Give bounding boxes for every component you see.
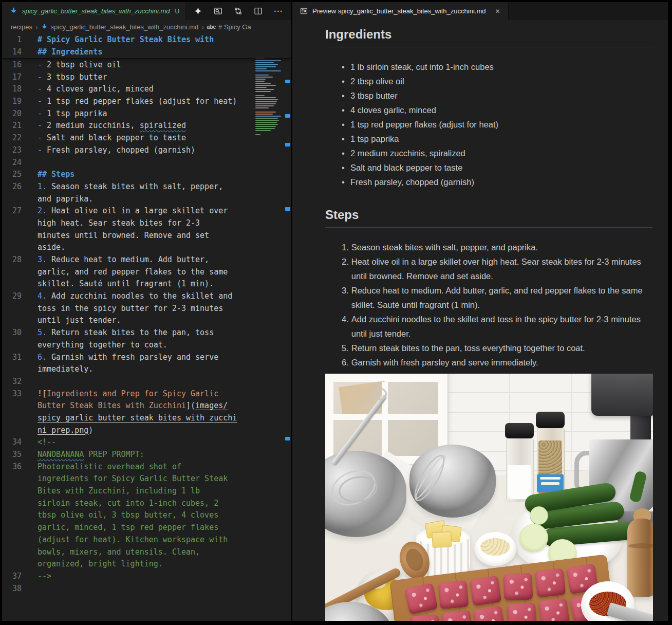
editor-line[interactable]: 20- 1 tsp paprika <box>2 108 255 120</box>
minimap-line <box>255 101 277 102</box>
tab-title: spicy_garlic_butter_steak_bites_with_zuc… <box>22 7 170 15</box>
editor-line[interactable]: 17- 3 tbsp butter <box>2 71 255 84</box>
split-editor-icon[interactable] <box>253 6 263 16</box>
sticky-line[interactable]: 14## Ingredients <box>2 46 291 59</box>
editor-line[interactable]: 316. Garnish with fresh parsley and serv… <box>2 352 255 364</box>
editor-line[interactable]: spicy_garlic_butter_steak_bites_with_zuc… <box>2 412 255 425</box>
line-number <box>2 546 22 559</box>
editor-line[interactable]: tbsp olive oil, 3 tbsp butter, 4 cloves <box>2 509 255 522</box>
ingredient-item: •1 lb sirloin steak, cut into 1-inch cub… <box>342 60 652 74</box>
line-content: 2. Heat olive oil in a large skillet ove… <box>22 205 228 217</box>
editor-line[interactable]: until just tender. <box>2 315 255 327</box>
editor-line[interactable]: Butter Steak Bites with Zucchini](images… <box>2 400 255 412</box>
editor-line[interactable]: 19- 1 tsp red pepper flakes (adjust for … <box>2 96 255 108</box>
editor-line[interactable]: 305. Return steak bites to the pan, toss <box>2 327 255 339</box>
sticky-line[interactable]: 1# Spicy Garlic Butter Steak Bites with <box>2 34 291 46</box>
ingredient-text: Salt and black pepper to taste <box>350 160 462 175</box>
line-number: 20 <box>2 108 22 120</box>
editor-line[interactable]: 23- Fresh parsley, chopped (garnish) <box>2 144 255 157</box>
editor-line[interactable]: 33![Ingredients and Prep for Spicy Garli… <box>2 388 255 400</box>
editor-line[interactable]: 32 <box>2 376 255 388</box>
markdown-file-icon <box>8 6 18 16</box>
editor-line[interactable]: toss in the spicy butter for 2-3 minutes <box>2 303 255 315</box>
editor-line[interactable]: immediately. <box>2 363 255 376</box>
editor-line[interactable]: 22- Salt and black pepper to taste <box>2 132 255 144</box>
editor-line[interactable]: 283. Reduce heat to medium. Add butter, <box>2 254 255 266</box>
editor-line[interactable]: garlic, minced, 1 tsp red pepper flakes <box>2 522 255 534</box>
diagnostic-marker <box>285 437 290 440</box>
editor-line[interactable]: 16- 2 tbsp olive oil <box>2 59 255 71</box>
tab-markdown-file[interactable]: spicy_garlic_butter_steak_bites_with_zuc… <box>2 2 186 20</box>
markdown-preview[interactable]: Ingredients •1 lb sirloin steak, cut int… <box>292 20 668 621</box>
editor-line[interactable]: 294. Add zucchini noodles to the skillet… <box>2 290 255 303</box>
line-content: skillet. Sauté until fragrant (1 min). <box>22 278 214 290</box>
editor-line[interactable]: and paprika. <box>2 193 255 206</box>
overview-ruler[interactable] <box>283 34 291 621</box>
code-editor[interactable]: 1# Spicy Garlic Butter Steak Bites with1… <box>2 34 291 621</box>
preview-tabbar: Preview spicy_garlic_butter_steak_bites_… <box>292 2 668 20</box>
sticky-scroll[interactable]: 1# Spicy Garlic Butter Steak Bites with1… <box>2 34 291 59</box>
more-actions-icon[interactable]: ⋯ <box>273 6 283 16</box>
editor-line[interactable]: (adjust for heat). Kitchen workspace wit… <box>2 534 255 546</box>
step-item: 5.Return steak bites to the pan, toss ev… <box>342 341 652 355</box>
editor-line[interactable]: 24 <box>2 157 255 169</box>
minimap-line <box>255 66 276 67</box>
editor-line[interactable]: 37--> <box>2 571 255 583</box>
editor-line[interactable]: ingredients for Spicy Garlic Butter Stea… <box>2 473 255 485</box>
line-content: 6. Garnish with fresh parsley and serve <box>22 352 218 364</box>
editor-line[interactable]: 35NANOBANANA PREP PROMPT: <box>2 449 255 461</box>
line-number: 35 <box>2 449 22 461</box>
editor-line[interactable]: aside. <box>2 242 255 254</box>
editor-line[interactable]: 36Photorealistic overhead shot of <box>2 461 255 473</box>
minimap-line <box>255 89 274 90</box>
line-number: 26 <box>2 181 22 193</box>
line-content: <!-- <box>22 436 56 449</box>
vscode-window: spicy_garlic_butter_steak_bites_with_zuc… <box>2 2 668 621</box>
step-item: 4.Add zucchini noodles to the skillet an… <box>342 312 652 341</box>
line-content: sirloin steak, cut into 1-inch cubes, 2 <box>22 498 218 510</box>
open-preview-icon[interactable] <box>213 6 223 16</box>
editor-line[interactable]: everything together to coat. <box>2 339 255 352</box>
editor-line[interactable]: ni_prep.png) <box>2 425 255 437</box>
whisk-loop <box>375 388 387 400</box>
jar-label-text <box>540 477 561 480</box>
editor-line[interactable]: 18- 4 cloves garlic, minced <box>2 83 255 96</box>
editor-line[interactable]: organized, bright lighting. <box>2 558 255 571</box>
breadcrumb-file[interactable]: spicy_garlic_butter_steak_bites_with_zuc… <box>51 23 199 31</box>
bullet-icon: • <box>342 132 350 146</box>
editor-line[interactable]: 21- 2 medium zucchinis, spiralized <box>2 120 255 132</box>
ingredient-item: •2 tbsp olive oil <box>342 74 652 88</box>
ingredient-item: •1 tsp paprika <box>342 132 652 146</box>
line-number: 38 <box>2 583 22 595</box>
editor-line[interactable]: Bites with Zucchini, including 1 lb <box>2 485 255 498</box>
editor-line[interactable]: 38 <box>2 583 255 595</box>
line-number: 30 <box>2 327 22 339</box>
editor-lines[interactable]: 16- 2 tbsp olive oil17- 3 tbsp butter18-… <box>2 59 255 595</box>
editor-line[interactable]: garlic, and red pepper flakes to the sam… <box>2 266 255 279</box>
breadcrumb-symbol[interactable]: # Spicy Ga <box>218 23 251 31</box>
open-preview-icon <box>298 6 309 16</box>
step-number: 1. <box>342 240 349 254</box>
ingredient-text: 1 lb sirloin steak, cut into 1-inch cube… <box>350 60 494 74</box>
ingredient-item: •Salt and black pepper to taste <box>342 160 652 175</box>
tab-markdown-preview[interactable]: Preview spicy_garlic_butter_steak_bites_… <box>292 2 509 20</box>
line-content: - 2 medium zucchinis, spiralized <box>22 120 186 132</box>
editor-line[interactable]: 25## Steps <box>2 169 255 181</box>
bullet-icon: • <box>342 160 350 175</box>
editor-line[interactable]: minutes until browned. Remove and set <box>2 230 255 242</box>
editor-line[interactable]: high heat. Sear steak bites for 2-3 <box>2 217 255 230</box>
editor-line[interactable]: bowls, mixers, and utensils. Clean, <box>2 546 255 559</box>
compare-changes-icon[interactable] <box>233 6 243 16</box>
step-text: Season steak bites with salt, pepper, an… <box>351 240 538 254</box>
editor-line[interactable]: 34<!-- <box>2 436 255 449</box>
editor-line[interactable]: skillet. Sauté until fragrant (1 min). <box>2 278 255 290</box>
editor-line[interactable]: sirloin steak, cut into 1-inch cubes, 2 <box>2 498 255 510</box>
copilot-sparkle-icon[interactable] <box>193 6 203 16</box>
line-content: high heat. Sear steak bites for 2-3 <box>22 217 200 230</box>
editor-line[interactable]: 272. Heat olive oil in a large skillet o… <box>2 205 255 217</box>
salt <box>508 465 531 499</box>
breadcrumb-folder[interactable]: recipes <box>11 23 32 31</box>
close-icon[interactable]: ✕ <box>493 7 501 15</box>
minimap-line <box>255 75 269 76</box>
editor-line[interactable]: 261. Season steak bites with salt, peppe… <box>2 181 255 193</box>
